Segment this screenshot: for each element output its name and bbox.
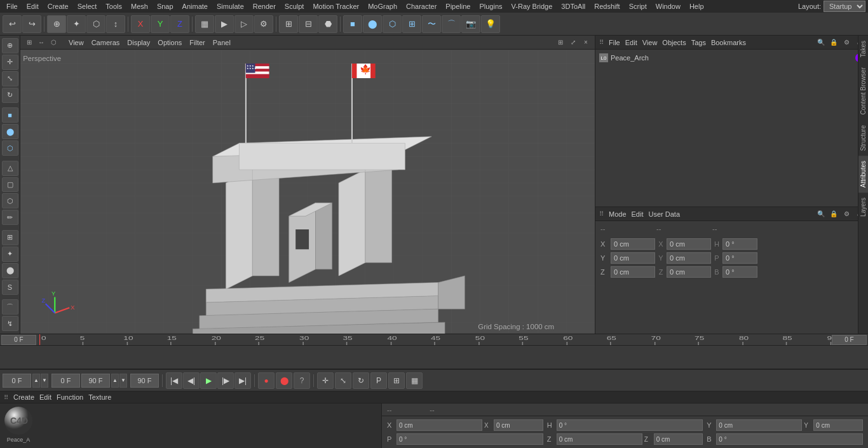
vp-fullscreen-icon[interactable]: ⤢ (568, 37, 578, 48)
mat-menu-edit[interactable]: Edit (39, 393, 51, 401)
tool-magnet[interactable]: ✦ (2, 247, 18, 262)
menu-mesh[interactable]: Mesh (127, 1, 152, 11)
goto-end-btn[interactable]: ▶| (234, 372, 251, 389)
render-settings-button[interactable]: ⚙ (254, 15, 273, 33)
menu-file[interactable]: File (3, 1, 22, 11)
attr-menu-mode[interactable]: Mode (609, 210, 627, 218)
menu-script[interactable]: Script (625, 1, 651, 11)
menu-snap[interactable]: Snap (153, 1, 177, 11)
menu-animate[interactable]: Animate (179, 1, 212, 11)
menu-simulate[interactable]: Simulate (213, 1, 248, 11)
light-btn[interactable]: 💡 (481, 15, 500, 33)
vp-menu-filter[interactable]: Filter (189, 39, 205, 46)
tool-box[interactable]: ▢ (2, 177, 18, 193)
axis-z-button[interactable]: Z (170, 15, 189, 33)
mat-menu-create[interactable]: Create (13, 393, 34, 401)
tool-sphere[interactable]: ⬤ (2, 124, 18, 139)
end-frame-input[interactable] (81, 374, 110, 388)
axis-y-button[interactable]: Y (151, 15, 170, 33)
attr-menu-edit[interactable]: Edit (632, 210, 644, 218)
grid-btn[interactable]: ⊞ (388, 372, 405, 389)
autokey-btn[interactable]: ⬤ (276, 372, 292, 389)
menu-help[interactable]: Help (686, 1, 708, 11)
mode-poly-button[interactable]: ⬡ (86, 15, 105, 33)
attr-config-icon[interactable]: ⚙ (841, 209, 851, 219)
tool-select[interactable]: ⊕ (2, 38, 18, 53)
coord-b-field[interactable] (716, 433, 863, 445)
menu-mograph[interactable]: MoGraph (364, 1, 401, 11)
mat-menu-texture[interactable]: Texture (88, 393, 111, 401)
tool-paint[interactable]: ⬤ (2, 263, 18, 278)
tool-pen[interactable]: ✏ (2, 210, 18, 225)
tool-cube[interactable]: ■ (2, 107, 18, 123)
coord-x-pos-field[interactable] (397, 419, 482, 431)
vtab-takes[interactable]: Takes (858, 36, 868, 62)
coord-rot-p[interactable] (722, 252, 757, 264)
coord-rot-h[interactable] (722, 238, 757, 250)
vp-menu-cameras[interactable]: Cameras (92, 39, 120, 46)
spline-btn[interactable]: 〜 (422, 15, 441, 33)
menu-tools[interactable]: Tools (102, 1, 126, 11)
coord-x2-field[interactable] (494, 419, 543, 431)
coord-z2-field[interactable] (654, 433, 703, 445)
frame-down-btn[interactable]: ▼ (41, 374, 48, 388)
render-ctrl-btn[interactable]: ▦ (406, 372, 423, 389)
obj-menu-objects[interactable]: Objects (662, 39, 686, 46)
attr-lock-icon[interactable]: 🔒 (829, 209, 839, 219)
current-frame-input[interactable] (1, 335, 36, 345)
tool-cylinder[interactable]: ⬡ (2, 140, 18, 156)
tool-sculpt[interactable]: S (2, 280, 18, 295)
vp-icon2[interactable]: ↔ (36, 37, 46, 48)
scale-btn[interactable]: ⤡ (335, 372, 351, 389)
obj-menu-file[interactable]: File (609, 39, 620, 46)
end-frame2-input[interactable] (130, 374, 159, 388)
menu-window[interactable]: Window (652, 1, 684, 11)
coord-h-field[interactable] (557, 419, 703, 431)
tool-scale[interactable]: ⤡ (2, 71, 18, 86)
object-row-peace-arch[interactable]: L0 Peace_Arch (597, 51, 867, 65)
render-preview-button[interactable]: ▶ (215, 15, 234, 33)
vp-icon1[interactable]: ⊞ (24, 37, 34, 48)
snap-plane-btn[interactable]: ⊟ (299, 15, 318, 33)
menu-sculpt[interactable]: Sculpt (281, 1, 308, 11)
smooth-btn[interactable]: ⬤ (363, 15, 382, 33)
menu-character[interactable]: Character (402, 1, 440, 11)
vp-expand-icon[interactable]: ⊞ (555, 37, 566, 48)
obj-menu-view[interactable]: View (642, 39, 658, 46)
tool-bend[interactable]: ⌒ (2, 299, 18, 315)
help-btn[interactable]: ? (294, 372, 310, 389)
vp-menu-options[interactable]: Options (158, 39, 182, 46)
array-btn[interactable]: ⊞ (402, 15, 421, 33)
tool-snap2[interactable]: ⊞ (2, 230, 18, 245)
coord-size-x[interactable] (667, 238, 711, 250)
obj-menu-bookmarks[interactable]: Bookmarks (711, 39, 746, 46)
end-frame-up-btn[interactable]: ▲ (111, 374, 119, 388)
mode-edges-button[interactable]: ✦ (67, 15, 86, 33)
vp-menu-panel[interactable]: Panel (213, 39, 231, 46)
menu-3dtoall[interactable]: 3DToAll (557, 1, 589, 11)
mat-menu-function[interactable]: Function (57, 393, 83, 401)
tool-rotate[interactable]: ↻ (2, 88, 18, 103)
obj-menu-edit[interactable]: Edit (625, 39, 637, 46)
coord-size-z[interactable] (667, 266, 711, 278)
menu-select[interactable]: Select (74, 1, 101, 11)
deform-btn[interactable]: ⌒ (442, 15, 461, 33)
vp-menu-view[interactable]: View (69, 39, 84, 46)
vtab-structure[interactable]: Structure (858, 120, 868, 156)
coord-size-y[interactable] (667, 252, 711, 264)
record-btn[interactable]: ● (258, 372, 275, 389)
obj-lock-icon[interactable]: 🔒 (829, 37, 839, 48)
menu-motion-tracker[interactable]: Motion Tracker (309, 1, 363, 11)
coord-p-field[interactable] (397, 433, 543, 445)
obj-menu-tags[interactable]: Tags (691, 39, 706, 46)
coord-pos-y[interactable] (611, 252, 655, 264)
motion-btn[interactable]: P (370, 372, 387, 389)
transform-btn[interactable]: ✛ (317, 372, 334, 389)
menu-vray[interactable]: V-Ray Bridge (508, 1, 557, 11)
attr-menu-userdata[interactable]: User Data (649, 210, 681, 218)
goto-start-btn[interactable]: |◀ (166, 372, 182, 389)
menu-pipeline[interactable]: Pipeline (442, 1, 474, 11)
frame-up-btn[interactable]: ▲ (32, 374, 40, 388)
step-back-btn[interactable]: ◀| (183, 372, 200, 389)
axis-x-button[interactable]: X (131, 15, 150, 33)
